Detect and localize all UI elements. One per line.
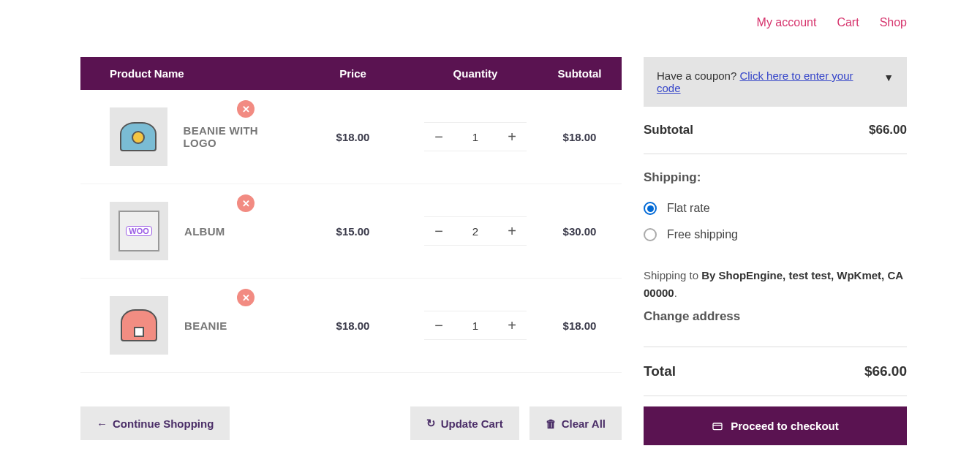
coupon-toggle[interactable]: Have a coupon? Click here to enter your … [644, 57, 907, 107]
subtotal-label: Subtotal [644, 123, 693, 137]
product-thumbnail: WOO [110, 202, 168, 260]
qty-decrease-button[interactable]: − [424, 217, 453, 245]
total-value: $66.00 [864, 363, 907, 379]
product-name[interactable]: BEANIE [184, 319, 227, 332]
continue-label: Continue Shopping [113, 417, 214, 430]
top-nav: My account Cart Shop [757, 16, 907, 29]
qty-increase-button[interactable]: + [497, 311, 527, 339]
shipping-flat-rate[interactable]: Flat rate [644, 195, 907, 222]
quantity-stepper: − 1 + [424, 122, 527, 151]
shipto-prefix: Shipping to [644, 269, 701, 281]
line-subtotal: $18.00 [538, 319, 622, 332]
my-account-link[interactable]: My account [757, 16, 817, 29]
product-price: $18.00 [293, 319, 413, 332]
qty-increase-button[interactable]: + [497, 217, 527, 245]
product-name[interactable]: BEANIE WITH LOGO [184, 124, 293, 149]
refresh-icon: ↻ [426, 417, 436, 430]
remove-item-button[interactable]: ✕ [237, 289, 255, 306]
flat-rate-label: Flat rate [667, 202, 710, 215]
quantity-stepper: − 2 + [424, 216, 527, 246]
table-row: ✕ BEANIE WITH LOGO $18.00 − 1 + $18.00 [80, 90, 622, 184]
clear-all-button[interactable]: 🗑 Clear All [529, 406, 622, 440]
total-label: Total [644, 363, 676, 379]
product-thumbnail [110, 107, 167, 166]
subtotal-value: $66.00 [869, 123, 907, 137]
arrow-left-icon: ← [97, 417, 108, 430]
col-head-subtotal: Subtotal [538, 67, 622, 80]
col-head-price: Price [293, 67, 413, 80]
table-header: Product Name Price Quantity Subtotal [80, 57, 622, 90]
shipping-heading: Shipping: [644, 154, 907, 195]
line-subtotal: $18.00 [538, 131, 622, 143]
proceed-to-checkout-button[interactable]: Proceed to checkout [644, 406, 907, 445]
product-thumbnail [110, 296, 168, 355]
subtotal-row: Subtotal $66.00 [644, 107, 907, 154]
update-cart-button[interactable]: ↻ Update Cart [410, 406, 519, 440]
qty-value[interactable]: 2 [453, 225, 497, 238]
continue-shopping-button[interactable]: ← Continue Shopping [80, 406, 230, 440]
product-price: $15.00 [293, 225, 413, 238]
qty-decrease-button[interactable]: − [424, 123, 453, 151]
shop-link[interactable]: Shop [880, 16, 907, 29]
trash-icon: 🗑 [546, 417, 557, 430]
qty-value[interactable]: 1 [453, 131, 497, 143]
coupon-question: Have a coupon? [657, 69, 736, 82]
cart-summary: Have a coupon? Click here to enter your … [644, 57, 907, 454]
qty-value[interactable]: 1 [453, 319, 497, 332]
remove-item-button[interactable]: ✕ [237, 100, 255, 118]
cart-link[interactable]: Cart [837, 16, 859, 29]
update-label: Update Cart [441, 417, 503, 430]
chevron-down-icon: ▼ [883, 72, 894, 83]
qty-decrease-button[interactable]: − [424, 311, 453, 339]
line-subtotal: $30.00 [538, 225, 622, 238]
shipping-address: Shipping to By ShopEngine, test test, Wp… [644, 248, 907, 347]
total-row: Total $66.00 [644, 347, 907, 396]
free-shipping-label: Free shipping [667, 228, 738, 241]
clear-label: Clear All [562, 417, 606, 430]
qty-increase-button[interactable]: + [497, 123, 527, 151]
col-head-quantity: Quantity [413, 67, 538, 80]
col-head-product: Product Name [80, 67, 293, 80]
remove-item-button[interactable]: ✕ [237, 194, 255, 212]
cart-table: Product Name Price Quantity Subtotal ✕ B… [80, 57, 622, 454]
product-name[interactable]: ALBUM [184, 225, 225, 238]
radio-icon [644, 228, 657, 241]
table-row: ✕ BEANIE $18.00 − 1 + $18.00 [80, 279, 622, 373]
cart-actions: ← Continue Shopping ↻ Update Cart 🗑 Clea… [80, 406, 622, 440]
quantity-stepper: − 1 + [424, 311, 527, 340]
card-icon [712, 420, 723, 432]
radio-icon [644, 202, 657, 215]
checkout-label: Proceed to checkout [731, 420, 839, 432]
table-row: ✕ WOO ALBUM $15.00 − 2 + $30.00 [80, 184, 622, 279]
product-price: $18.00 [293, 131, 413, 143]
svg-rect-0 [713, 423, 722, 430]
change-address-link[interactable]: Change address [644, 306, 907, 326]
shipping-free[interactable]: Free shipping [644, 222, 907, 248]
